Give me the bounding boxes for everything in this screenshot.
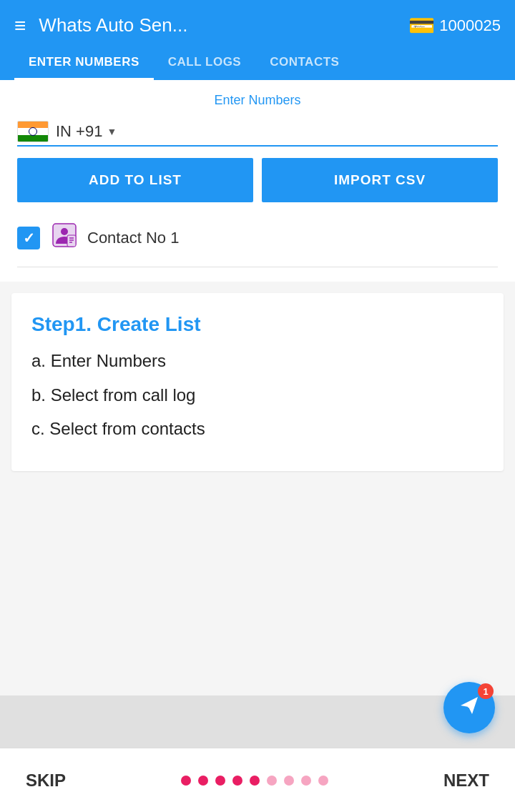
dot-7 [284,776,294,786]
send-icon [458,694,481,722]
flag-icon [17,121,49,142]
country-selector[interactable]: IN +91 ▼ [17,121,498,147]
next-button[interactable]: NEXT [443,771,489,791]
action-buttons: ADD TO LIST IMPORT CSV [17,158,498,202]
dot-4 [232,776,242,786]
tab-enter-numbers[interactable]: ENTER NUMBERS [14,48,154,80]
tab-bar: ENTER NUMBERS CALL LOGS CONTACTS [14,48,501,80]
enter-numbers-panel: Enter Numbers IN +91 ▼ ADD TO LIST IMPOR… [0,80,515,282]
app-title: Whats Auto Sen... [39,14,408,36]
app-header: ≡ Whats Auto Sen... 💳 1000025 ENTER NUMB… [0,0,515,80]
panel-title: Enter Numbers [17,93,498,108]
dot-9 [318,776,328,786]
steps-section: Step1. Create List a. Enter Numbers b. S… [11,293,504,471]
import-csv-button[interactable]: IMPORT CSV [262,158,498,202]
bottom-navigation: SKIP NEXT [0,748,515,812]
step-item-3: c. Select from contacts [31,417,484,441]
add-to-list-button[interactable]: ADD TO LIST [17,158,253,202]
main-content: Enter Numbers IN +91 ▼ ADD TO LIST IMPOR… [0,80,515,695]
tab-call-logs[interactable]: CALL LOGS [154,48,255,80]
step-title: Step1. Create List [31,313,484,336]
page-dots [181,776,328,786]
svg-point-1 [61,228,68,235]
dot-3 [215,776,225,786]
dropdown-arrow-icon[interactable]: ▼ [107,126,117,137]
divider [17,267,498,267]
checkmark-icon: ✓ [23,229,35,247]
dot-8 [301,776,311,786]
fab-badge: 1 [478,683,494,699]
skip-button[interactable]: SKIP [26,771,66,791]
dot-6 [267,776,277,786]
fab-button[interactable]: 1 [443,682,495,733]
dot-2 [198,776,208,786]
menu-icon[interactable]: ≡ [14,16,26,36]
step-item-1: a. Enter Numbers [31,349,484,373]
credit-amount: 1000025 [439,16,501,35]
country-code: IN +91 [56,122,102,141]
step-item-2: b. Select from call log [31,383,484,407]
dot-1 [181,776,191,786]
contact-checkbox[interactable]: ✓ [17,227,40,249]
contact-avatar-icon [52,222,77,254]
credit-display: 💳 1000025 [408,13,501,38]
wallet-icon: 💳 [408,13,435,38]
tab-contacts[interactable]: CONTACTS [255,48,353,80]
contact-name: Contact No 1 [87,229,179,247]
svg-rect-2 [67,235,76,247]
dot-5 [250,776,260,786]
contact-item: ✓ Contact No 1 [17,215,498,261]
